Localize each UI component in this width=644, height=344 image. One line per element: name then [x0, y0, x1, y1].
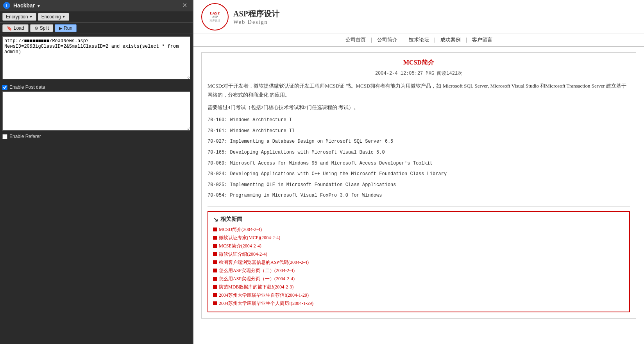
nav-bar: 公司首页 ｜ 公司简介 ｜ 技术论坛 ｜ 成功案例 ｜ 客户留言: [193, 34, 644, 47]
main-content: MCSD简介 2004-2-4 12:05:27 MXG 阅读1421次 MCS…: [193, 47, 644, 330]
related-news-list: MCSD简介(2004-2-4)微软认证专家(MCP)(2004-2-4)MCS…: [213, 226, 624, 308]
news-bullet-icon: [213, 293, 217, 297]
news-bullet-icon: [213, 228, 217, 231]
run-icon: ▶: [59, 26, 62, 31]
news-item[interactable]: 2004苏州大学应届毕业生个人简历!(2004-1-29): [213, 299, 624, 308]
logo-sub: 程序设计: [209, 19, 220, 23]
hackbar-actions: 🔖 Load ⚙ Split ▶ Run: [0, 23, 193, 34]
article-box: MCSD简介 2004-2-4 12:05:27 MXG 阅读1421次 MCS…: [201, 52, 636, 319]
logo-easy-text: EASY: [210, 11, 220, 15]
hackbar-panel: f Hackbar ▾ ✕ Encryption ▼ Encoding ▼ 🔖 …: [0, 0, 193, 344]
cert-list-item: 70-027: Implementing a Database Design o…: [208, 136, 630, 147]
split-icon: ⚙: [34, 26, 38, 31]
news-item[interactable]: 微软认证专家(MCP)(2004-2-4): [213, 234, 624, 242]
web-header: EASY ASP 程序设计 ASP程序设计 Web Design: [193, 0, 644, 34]
nav-item-about[interactable]: 公司简介: [377, 36, 397, 43]
cert-list-item: 70-165: Developing Applications with Mic…: [208, 147, 630, 158]
article-title: MCSD简介: [208, 59, 630, 67]
news-item[interactable]: 防范MDB数据库的被下载!(2004-2-3): [213, 283, 624, 291]
load-icon: 🔖: [7, 26, 12, 31]
site-title-chinese: ASP程序设计: [233, 9, 279, 19]
site-title-english: Web Design: [233, 19, 279, 25]
enable-post-label[interactable]: Enable Post data: [2, 84, 190, 90]
nav-item-cases[interactable]: 成功案例: [440, 36, 461, 43]
article-intro: MCSD:对于开发者，微软提供微软认证的开发工程师MCSD证 书。MCSD拥有者…: [208, 81, 630, 100]
news-bullet-icon: [213, 260, 217, 264]
load-button[interactable]: 🔖 Load: [2, 24, 29, 32]
divider-line: [208, 206, 630, 206]
nav-item-forum[interactable]: 技术论坛: [409, 36, 429, 43]
hackbar-logo-icon: f: [3, 2, 10, 9]
news-bullet-icon: [213, 285, 217, 289]
article-body: MCSD:对于开发者，微软提供微软认证的开发工程师MCSD证 书。MCSD拥有者…: [208, 81, 630, 201]
related-arrow-icon: ↘: [213, 216, 218, 223]
split-button[interactable]: ⚙ Split: [30, 24, 53, 32]
cert-list-item: 70-024: Developing Applications with C++…: [208, 169, 630, 180]
hackbar-post-section: Enable Post data: [0, 83, 193, 132]
hackbar-url-area: http://■■■■■■■■■/ReadNews.asp?NewsID=20&…: [0, 34, 193, 83]
hackbar-referer-section: Enable Referer: [0, 132, 193, 141]
run-button[interactable]: ▶ Run: [55, 24, 77, 32]
article-meta: 2004-2-4 12:05:27 MXG 阅读1421次: [208, 70, 630, 77]
encoding-arrow-icon: ▼: [62, 15, 66, 19]
cert-list: 70-160: Windows Architecture I70-161: Wi…: [208, 115, 630, 201]
nav-item-contact[interactable]: 客户留言: [472, 36, 492, 43]
news-bullet-icon: [213, 301, 217, 305]
news-item[interactable]: 检测客户端浏览器信息的ASP代码(2004-2-4): [213, 258, 624, 267]
site-logo: EASY ASP 程序设计: [201, 3, 229, 30]
post-data-input[interactable]: [2, 91, 190, 131]
hackbar-titlebar: f Hackbar ▾ ✕: [0, 0, 193, 11]
cert-list-item: 70-069: Microsoft Access for Windows 95 …: [208, 158, 630, 169]
related-news-title: ↘ 相关新闻: [213, 216, 624, 223]
cert-list-item: 70-054: Programming in Microsoft Visual …: [208, 190, 630, 201]
hackbar-toolbar: Encryption ▼ Encoding ▼: [0, 11, 193, 23]
news-item[interactable]: MCSE简介(2004-2-4): [213, 242, 624, 250]
enable-post-checkbox[interactable]: [2, 85, 7, 90]
news-bullet-icon: [213, 236, 217, 240]
news-bullet-icon: [213, 277, 217, 281]
encryption-arrow-icon: ▼: [29, 15, 33, 19]
encryption-dropdown[interactable]: Encryption ▼: [2, 13, 36, 21]
news-bullet-icon: [213, 269, 217, 272]
hackbar-title: Hackbar ▾: [13, 2, 177, 9]
enable-referer-label[interactable]: Enable Referer: [2, 134, 190, 139]
enable-referer-checkbox[interactable]: [2, 134, 7, 139]
related-news-box: ↘ 相关新闻 MCSD简介(2004-2-4)微软认证专家(MCP)(2004-…: [208, 211, 630, 312]
cert-list-item: 70-161: Windows Architecture II: [208, 126, 630, 137]
cert-list-item: 70-160: Windows Architecture I: [208, 115, 630, 126]
nav-item-home[interactable]: 公司首页: [345, 36, 366, 43]
news-item[interactable]: 怎么用ASP实现分页（一）(2004-2-4): [213, 275, 624, 283]
news-bullet-icon: [213, 252, 217, 256]
web-content: EASY ASP 程序设计 ASP程序设计 Web Design 公司首页 ｜ …: [193, 0, 644, 344]
news-item[interactable]: MCSD简介(2004-2-4): [213, 226, 624, 234]
news-item[interactable]: 微软认证介绍(2004-2-4): [213, 250, 624, 258]
logo-asp-text: ASP: [212, 15, 218, 19]
article-exam-intro: 需要通过4门考试（包括2门核心技术考试和2门任选课程的 考试）。: [208, 103, 630, 112]
cert-list-item: 70-025: Implementing OLE in Microsoft Fo…: [208, 180, 630, 191]
url-input[interactable]: http://■■■■■■■■■/ReadNews.asp?NewsID=20&…: [2, 36, 190, 79]
site-title-block: ASP程序设计 Web Design: [233, 9, 279, 25]
news-item[interactable]: 怎么用ASP实现分页（二）(2004-2-4): [213, 267, 624, 275]
encoding-dropdown[interactable]: Encoding ▼: [38, 13, 69, 21]
close-button[interactable]: ✕: [180, 2, 190, 9]
news-bullet-icon: [213, 244, 217, 248]
news-item[interactable]: 2004苏州大学应届毕业生自荐信!(2004-1-29): [213, 291, 624, 299]
